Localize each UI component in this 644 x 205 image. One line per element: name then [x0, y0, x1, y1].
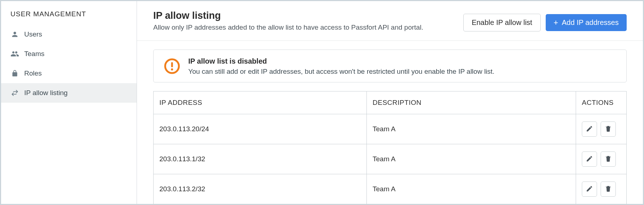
delete-button[interactable]	[601, 121, 616, 137]
delete-button[interactable]	[601, 181, 616, 197]
svg-rect-1	[171, 62, 173, 67]
main-content: IP allow listing Allow only IP addresses…	[137, 1, 643, 204]
edit-button[interactable]	[582, 121, 597, 137]
actions-cell	[576, 114, 627, 144]
add-ip-addresses-button[interactable]: + Add IP addresses	[546, 14, 627, 31]
actions-cell	[576, 144, 627, 174]
sidebar-item-label: Roles	[24, 69, 42, 77]
table-row: 203.0.113.20/24Team A	[154, 114, 627, 144]
lock-icon	[10, 69, 19, 78]
pencil-icon	[586, 155, 593, 163]
sidebar-item-ip-allow-listing[interactable]: IP allow listing	[1, 83, 137, 103]
delete-button[interactable]	[601, 151, 616, 167]
sidebar-item-users[interactable]: Users	[1, 25, 137, 44]
page-title: IP allow listing	[153, 10, 423, 21]
trash-icon	[605, 125, 612, 133]
sidebar-item-label: Users	[24, 30, 42, 38]
edit-button[interactable]	[582, 181, 597, 197]
table-row: 203.0.113.2/32Team A	[154, 174, 627, 204]
people-icon	[10, 50, 19, 58]
sidebar-item-label: IP allow listing	[24, 89, 68, 97]
col-actions-header: ACTIONS	[576, 91, 627, 114]
trash-icon	[605, 155, 612, 163]
page-subtitle: Allow only IP addresses added to the all…	[153, 24, 423, 31]
svg-point-2	[171, 68, 173, 71]
enable-ip-allow-list-button[interactable]: Enable IP allow list	[463, 14, 541, 31]
col-desc-header: DESCRIPTION	[367, 91, 576, 114]
pencil-icon	[586, 125, 593, 133]
ip-table: IP ADDRESS DESCRIPTION ACTIONS 203.0.113…	[153, 91, 627, 204]
add-button-label: Add IP addresses	[562, 18, 619, 27]
enable-button-label: Enable IP allow list	[472, 18, 532, 27]
sidebar-item-roles[interactable]: Roles	[1, 64, 137, 83]
person-icon	[10, 30, 19, 39]
alert-text: You can still add or edit IP addresses, …	[188, 68, 494, 76]
edit-button[interactable]	[582, 151, 597, 167]
sidebar: USER MANAGEMENT UsersTeamsRolesIP allow …	[1, 1, 137, 204]
table-row: 203.0.113.1/32Team A	[154, 144, 627, 174]
swap-icon	[10, 89, 19, 97]
desc-cell: Team A	[367, 174, 576, 204]
plus-icon: +	[554, 19, 558, 27]
actions-cell	[576, 174, 627, 204]
alert-title: IP allow list is disabled	[188, 57, 494, 65]
trash-icon	[605, 185, 612, 193]
ip-cell: 203.0.113.2/32	[154, 174, 367, 204]
alert-banner: IP allow list is disabled You can still …	[153, 50, 627, 82]
pencil-icon	[586, 185, 593, 193]
page-header: IP allow listing Allow only IP addresses…	[137, 1, 643, 41]
col-ip-header: IP ADDRESS	[154, 91, 367, 114]
sidebar-item-teams[interactable]: Teams	[1, 44, 137, 64]
sidebar-title: USER MANAGEMENT	[1, 10, 137, 25]
sidebar-nav: UsersTeamsRolesIP allow listing	[1, 25, 137, 103]
ip-cell: 203.0.113.1/32	[154, 144, 367, 174]
sidebar-item-label: Teams	[24, 50, 44, 58]
ip-cell: 203.0.113.20/24	[154, 114, 367, 144]
desc-cell: Team A	[367, 114, 576, 144]
warning-icon	[164, 58, 180, 74]
desc-cell: Team A	[367, 144, 576, 174]
